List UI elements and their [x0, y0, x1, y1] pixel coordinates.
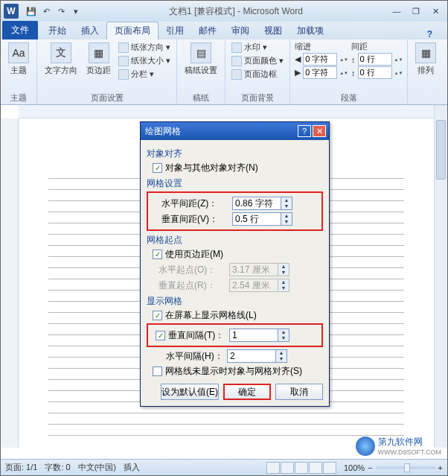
checkbox-snap-hidden[interactable] — [153, 366, 162, 376]
tab-mailings[interactable]: 邮件 — [191, 22, 224, 39]
vspacing-input[interactable] — [232, 212, 281, 226]
spin-up-icon[interactable]: ▲ — [281, 197, 292, 203]
spin-up-icon[interactable]: ▲ — [276, 350, 287, 356]
group-label-page-setup: 页面设置 — [42, 92, 172, 104]
qat-more-icon[interactable]: ▾ — [69, 4, 83, 18]
spin-up-icon[interactable]: ▲ — [281, 213, 292, 219]
zoom-slider[interactable] — [376, 466, 435, 469]
columns-label: 分栏 ▾ — [131, 69, 154, 80]
help-icon[interactable]: ? — [427, 29, 432, 39]
spin-icon[interactable]: ▲▼ — [339, 71, 348, 75]
ribbon: Aa 主题 主题 文文字方向 ▦页边距 纸张方向 ▾ 纸张大小 ▾ 分栏 ▾ 页… — [1, 39, 447, 105]
paper-size-button[interactable]: 纸张大小 ▾ — [117, 54, 172, 67]
horizontal-ruler[interactable] — [19, 105, 434, 118]
vspacing-label: 垂直间距(V)： — [161, 213, 232, 226]
dialog-close-button[interactable]: ✕ — [313, 125, 326, 137]
manuscript-icon: ▤ — [191, 42, 211, 63]
tab-review[interactable]: 审阅 — [224, 22, 257, 39]
view-fullscreen[interactable] — [281, 462, 294, 474]
space-after-input[interactable] — [358, 66, 392, 79]
section-object-align: 对象对齐 — [147, 147, 323, 160]
page-border-button[interactable]: 页面边框 — [230, 68, 285, 80]
status-page[interactable]: 页面: 1/1 — [5, 462, 37, 473]
arrange-button[interactable]: ▦排列 — [412, 41, 439, 77]
view-print-layout[interactable] — [266, 462, 280, 474]
word-app-icon: W — [4, 4, 19, 19]
indent-left-input[interactable] — [303, 53, 337, 66]
ok-button[interactable]: 确定 — [223, 384, 271, 400]
checkbox-show-label: 在屏幕上显示网格线(L) — [165, 309, 257, 322]
spin-up-icon[interactable]: ▲ — [278, 329, 289, 335]
zoom-out-button[interactable]: − — [368, 463, 372, 472]
default-button[interactable]: 设为默认值(E) — [161, 384, 219, 400]
spin-down-icon[interactable]: ▼ — [281, 203, 292, 209]
status-language[interactable]: 中文(中国) — [78, 462, 116, 473]
dialog-buttons: 设为默认值(E) 确定 取消 — [147, 384, 323, 400]
spin-down-icon[interactable]: ▼ — [276, 356, 287, 362]
highlight-grid-spacing: 水平间距(Z)： ▲▼ 垂直间距(V)： ▲▼ — [147, 191, 323, 231]
page-color-icon — [231, 56, 242, 66]
checkbox-align-label: 对象与其他对象对齐(N) — [165, 162, 258, 174]
vertical-ruler[interactable] — [1, 118, 19, 448]
window-title: 文档1 [兼容模式] - Microsoft Word — [83, 5, 389, 18]
hint-input[interactable] — [227, 349, 276, 363]
margins-button[interactable]: ▦页边距 — [83, 41, 114, 77]
minimize-button[interactable]: — — [389, 5, 404, 17]
checkbox-show-gridlines[interactable]: ✓ — [153, 311, 162, 320]
tab-references[interactable]: 引用 — [159, 22, 191, 39]
dialog-titlebar[interactable]: 绘图网格 ? ✕ — [141, 122, 329, 140]
watermark-button[interactable]: 水印 ▾ — [230, 41, 285, 54]
horigin-input — [229, 263, 278, 276]
manuscript-button[interactable]: ▤稿纸设置 — [182, 41, 220, 77]
spin-icon[interactable]: ▲▼ — [394, 71, 403, 75]
zoom-level[interactable]: 100% — [344, 463, 365, 472]
spin-icon[interactable]: ▲▼ — [394, 57, 403, 62]
spin-down-icon[interactable]: ▼ — [278, 335, 289, 341]
save-icon[interactable]: 💾 — [25, 4, 38, 18]
themes-button[interactable]: Aa 主题 — [5, 41, 32, 77]
vertical-scrollbar[interactable] — [434, 105, 447, 448]
columns-button[interactable]: 分栏 ▾ — [117, 68, 172, 80]
tab-insert[interactable]: 插入 — [74, 22, 106, 39]
page-color-label: 页面颜色 ▾ — [244, 55, 284, 66]
tab-home[interactable]: 开始 — [41, 22, 74, 39]
page-border-icon — [231, 69, 242, 80]
tab-file[interactable]: 文件 — [2, 21, 38, 39]
paper-size-icon — [118, 56, 129, 66]
vorigin-label: 垂直起点(R)： — [159, 279, 229, 292]
close-window-button[interactable]: ✕ — [428, 5, 443, 17]
status-insert-mode[interactable]: 插入 — [124, 462, 140, 473]
scrollbar-thumb[interactable] — [436, 120, 446, 180]
orientation-button[interactable]: 纸张方向 ▾ — [117, 41, 172, 54]
hspacing-input[interactable] — [232, 197, 281, 210]
status-word-count[interactable]: 字数: 0 — [45, 462, 70, 473]
restore-button[interactable]: ❐ — [409, 5, 423, 17]
checkbox-align-objects[interactable]: ✓ — [153, 163, 162, 173]
vint-input[interactable] — [229, 329, 278, 342]
tab-view[interactable]: 视图 — [257, 22, 289, 39]
status-bar: 页面: 1/1 字数: 0 中文(中国) 插入 100% − + — [1, 459, 447, 475]
cancel-button[interactable]: 取消 — [275, 384, 323, 400]
zoom-in-button[interactable]: + — [438, 463, 443, 472]
undo-icon[interactable]: ↶ — [39, 4, 53, 18]
tab-page-layout[interactable]: 页面布局 — [106, 22, 159, 39]
tab-addins[interactable]: 加载项 — [289, 22, 331, 39]
indent-right-input[interactable] — [303, 66, 337, 79]
checkbox-margins-label: 使用页边距(M) — [165, 248, 223, 261]
hint-label: 水平间隔(H)： — [166, 350, 227, 363]
spin-down-icon[interactable]: ▼ — [281, 219, 292, 225]
page-color-button[interactable]: 页面颜色 ▾ — [230, 54, 285, 67]
view-draft[interactable] — [323, 462, 336, 474]
paper-size-label: 纸张大小 ▾ — [131, 55, 170, 66]
zoom-thumb[interactable] — [404, 463, 410, 472]
dialog-help-button[interactable]: ? — [298, 125, 311, 137]
spin-icon[interactable]: ▲▼ — [339, 57, 348, 62]
text-direction-button[interactable]: 文文字方向 — [42, 41, 80, 77]
space-before-input[interactable] — [358, 53, 392, 66]
checkbox-use-margins[interactable]: ✓ — [153, 250, 162, 259]
view-web[interactable] — [295, 462, 308, 474]
redo-icon[interactable]: ↷ — [54, 4, 68, 18]
space-before-icon: ↕ — [351, 55, 356, 64]
view-outline[interactable] — [309, 462, 322, 474]
checkbox-vertical-interval[interactable]: ✓ — [156, 331, 165, 340]
